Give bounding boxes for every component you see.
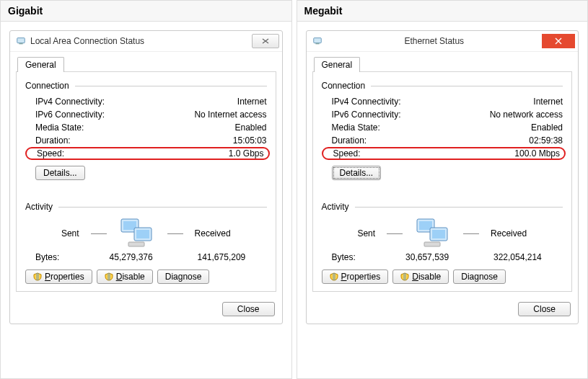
media-state-label: Media State: bbox=[35, 122, 84, 133]
speed-label: Speed: bbox=[333, 148, 361, 159]
sent-label: Sent bbox=[357, 228, 375, 238]
network-adapter-icon bbox=[16, 36, 26, 46]
panel-gigabit: Gigabit Local Area Connection Status Gen… bbox=[0, 0, 292, 379]
titlebar: Local Area Connection Status bbox=[10, 31, 282, 52]
svg-rect-12 bbox=[432, 230, 445, 238]
divider bbox=[91, 233, 107, 234]
diagnose-button[interactable]: Diagnose bbox=[157, 269, 210, 284]
ipv6-label: IPv6 Connectivity: bbox=[35, 110, 105, 120]
bytes-received-value: 322,054,214 bbox=[473, 252, 563, 262]
media-state-value: Enabled bbox=[531, 122, 563, 133]
properties-button[interactable]: Properties bbox=[322, 269, 389, 284]
disable-button[interactable]: Disable bbox=[392, 269, 449, 284]
activity-group: Activity bbox=[25, 202, 267, 212]
close-icon[interactable] bbox=[252, 34, 279, 48]
bytes-label: Bytes: bbox=[35, 252, 86, 262]
received-label: Received bbox=[195, 228, 231, 238]
close-icon[interactable] bbox=[542, 34, 575, 48]
duration-value: 15:05:03 bbox=[233, 135, 267, 146]
shield-icon bbox=[330, 272, 338, 281]
svg-rect-13 bbox=[424, 242, 440, 246]
panel-header: Megabit bbox=[297, 1, 588, 22]
shield-icon bbox=[400, 272, 409, 281]
shield-icon bbox=[33, 272, 42, 281]
svg-rect-7 bbox=[313, 38, 321, 43]
speed-row-highlighted: Speed: 100.0 Mbps bbox=[322, 147, 566, 160]
svg-rect-0 bbox=[17, 38, 25, 43]
disable-button[interactable]: Disable bbox=[97, 269, 153, 284]
speed-label: Speed: bbox=[37, 148, 64, 159]
bytes-label: Bytes: bbox=[332, 252, 382, 262]
bytes-sent-value: 45,279,376 bbox=[86, 252, 176, 262]
received-label: Received bbox=[491, 228, 527, 238]
tab-general[interactable]: General bbox=[17, 57, 64, 72]
duration-label: Duration: bbox=[332, 135, 367, 146]
tab-general[interactable]: General bbox=[314, 57, 361, 72]
ipv6-label: IPv6 Connectivity: bbox=[332, 110, 401, 120]
svg-rect-5 bbox=[136, 230, 149, 238]
connection-group: Connection bbox=[25, 81, 267, 91]
close-button[interactable]: Close bbox=[222, 302, 275, 316]
connection-status-dialog: Local Area Connection Status General Con… bbox=[9, 30, 283, 324]
dialog-title: Ethernet Status bbox=[327, 36, 543, 46]
ipv4-value: Internet bbox=[533, 97, 563, 107]
close-button[interactable]: Close bbox=[518, 302, 571, 316]
two-computers-icon bbox=[118, 218, 156, 249]
ipv6-value: No network access bbox=[490, 110, 563, 120]
panel-header: Gigabit bbox=[1, 1, 291, 22]
details-button[interactable]: Details... bbox=[35, 166, 85, 180]
sent-label: Sent bbox=[61, 228, 79, 238]
ipv4-label: IPv4 Connectivity: bbox=[35, 97, 105, 107]
media-state-label: Media State: bbox=[332, 122, 380, 133]
ipv4-value: Internet bbox=[237, 97, 267, 107]
speed-value: 100.0 Mbps bbox=[514, 148, 560, 159]
properties-button[interactable]: Properties bbox=[25, 269, 92, 284]
titlebar: Ethernet Status bbox=[307, 31, 579, 52]
svg-rect-8 bbox=[315, 43, 319, 45]
connection-status-dialog: Ethernet Status General Connection IPv4 … bbox=[306, 30, 579, 324]
ipv6-value: No Internet access bbox=[194, 110, 266, 120]
two-computers-icon bbox=[414, 218, 452, 249]
svg-rect-1 bbox=[19, 43, 22, 45]
divider bbox=[167, 233, 183, 234]
diagnose-button[interactable]: Diagnose bbox=[453, 269, 506, 284]
details-button[interactable]: Details... bbox=[332, 166, 382, 180]
speed-value: 1.0 Gbps bbox=[229, 148, 264, 159]
duration-value: 02:59:38 bbox=[529, 135, 563, 146]
divider bbox=[463, 233, 479, 234]
dialog-title: Local Area Connection Status bbox=[30, 36, 252, 46]
ipv4-label: IPv4 Connectivity: bbox=[332, 97, 401, 107]
activity-group: Activity bbox=[322, 202, 563, 212]
divider bbox=[387, 233, 403, 234]
panel-megabit: Megabit Ethernet Status General Connecti… bbox=[297, 0, 589, 379]
svg-rect-6 bbox=[128, 242, 144, 246]
connection-group: Connection bbox=[322, 81, 563, 91]
speed-row-highlighted: Speed: 1.0 Gbps bbox=[25, 147, 270, 160]
network-adapter-icon bbox=[312, 36, 322, 46]
bytes-sent-value: 30,657,539 bbox=[382, 252, 473, 262]
duration-label: Duration: bbox=[35, 135, 71, 146]
shield-icon bbox=[105, 272, 113, 281]
media-state-value: Enabled bbox=[234, 122, 266, 133]
bytes-received-value: 141,675,209 bbox=[176, 252, 266, 262]
